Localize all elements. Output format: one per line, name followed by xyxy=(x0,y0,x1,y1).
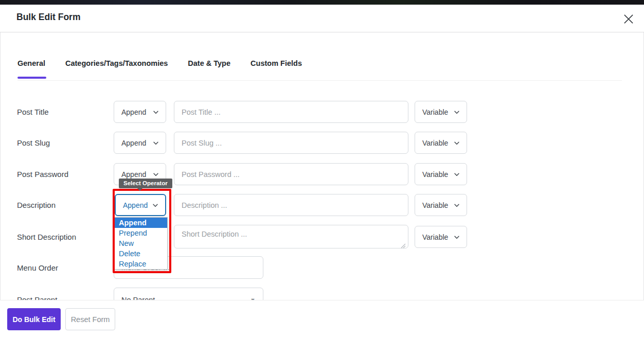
modal-title: Bulk Edit Form xyxy=(16,12,80,23)
tab-bar: General Categories/Tags/Taxonomies Date … xyxy=(17,59,302,79)
dropdown-option-delete[interactable]: Delete xyxy=(115,248,167,259)
chevron-down-icon xyxy=(152,139,159,147)
tab-custom-fields[interactable]: Custom Fields xyxy=(251,59,302,79)
tab-date-and-type[interactable]: Date & Type xyxy=(188,59,230,79)
form-row-post-parent: Post Parent No Parent ▼ xyxy=(1,288,644,300)
post-slug-operator-select[interactable]: Append xyxy=(114,132,166,154)
chevron-down-icon xyxy=(453,234,460,241)
description-variable-select[interactable]: Variable xyxy=(415,194,467,216)
close-button[interactable] xyxy=(620,11,637,28)
post-title-operator-select[interactable]: Append xyxy=(114,101,166,123)
post-title-variable-select[interactable]: Variable xyxy=(415,101,467,123)
chevron-down-icon xyxy=(453,139,460,147)
post-password-variable-select[interactable]: Variable xyxy=(415,163,467,185)
post-parent-select[interactable]: No Parent ▼ xyxy=(114,288,263,300)
post-password-input[interactable] xyxy=(174,163,408,185)
description-label: Description xyxy=(17,194,56,216)
post-parent-label: Post Parent xyxy=(17,288,57,300)
form-row-short-description: Short Description Variable xyxy=(1,225,644,248)
bulk-edit-modal: Bulk Edit Form General Categories/Tags/T… xyxy=(0,0,644,338)
post-slug-input[interactable] xyxy=(174,132,408,154)
chevron-down-icon xyxy=(453,171,460,178)
chevron-down-icon xyxy=(152,202,159,209)
active-tab-indicator xyxy=(17,77,46,79)
dropdown-option-replace[interactable]: Replace xyxy=(115,259,167,269)
form-row-description: Description Append Variable xyxy=(1,194,644,216)
post-slug-label: Post Slug xyxy=(17,132,50,154)
chevron-down-icon xyxy=(152,109,159,116)
description-operator-select[interactable]: Append xyxy=(115,194,166,216)
menu-order-label: Menu Order xyxy=(17,256,58,279)
post-password-label: Post Password xyxy=(17,163,68,185)
close-icon xyxy=(622,12,635,27)
dropdown-option-new[interactable]: New xyxy=(115,238,167,248)
short-description-variable-select[interactable]: Variable xyxy=(415,226,467,248)
form-row-menu-order: Menu Order xyxy=(1,256,644,279)
form-row-post-title: Post Title Append Variable xyxy=(1,101,644,123)
form-row-post-slug: Post Slug Append Variable xyxy=(1,132,644,154)
tabs-divider xyxy=(17,80,622,81)
dimmed-background-strip xyxy=(0,0,644,5)
short-description-label: Short Description xyxy=(17,225,76,248)
description-input[interactable] xyxy=(174,194,408,216)
reset-form-button[interactable]: Reset Form xyxy=(65,308,115,330)
post-title-input[interactable] xyxy=(174,101,408,123)
dropdown-option-prepend[interactable]: Prepend xyxy=(115,228,167,238)
tab-categories-tags-taxonomies[interactable]: Categories/Tags/Taxonomies xyxy=(65,59,168,79)
dropdown-option-append[interactable]: Append xyxy=(115,218,167,228)
modal-header: Bulk Edit Form xyxy=(0,5,644,32)
short-description-textarea[interactable] xyxy=(174,225,408,248)
post-title-label: Post Title xyxy=(17,101,49,123)
chevron-down-icon xyxy=(453,109,460,116)
operator-dropdown-list: Append Prepend New Delete Replace xyxy=(114,217,168,270)
select-operator-tooltip: Select Operator xyxy=(119,179,172,188)
chevron-down-icon xyxy=(152,171,159,178)
form-row-post-password: Post Password Append Variable xyxy=(1,163,644,185)
do-bulk-edit-button[interactable]: Do Bulk Edit xyxy=(7,308,61,330)
chevron-down-icon xyxy=(453,202,460,209)
modal-body: General Categories/Tags/Taxonomies Date … xyxy=(0,32,644,300)
modal-footer: Do Bulk Edit Reset Form xyxy=(0,300,644,338)
tab-general[interactable]: General xyxy=(17,59,45,79)
post-slug-variable-select[interactable]: Variable xyxy=(415,132,467,154)
